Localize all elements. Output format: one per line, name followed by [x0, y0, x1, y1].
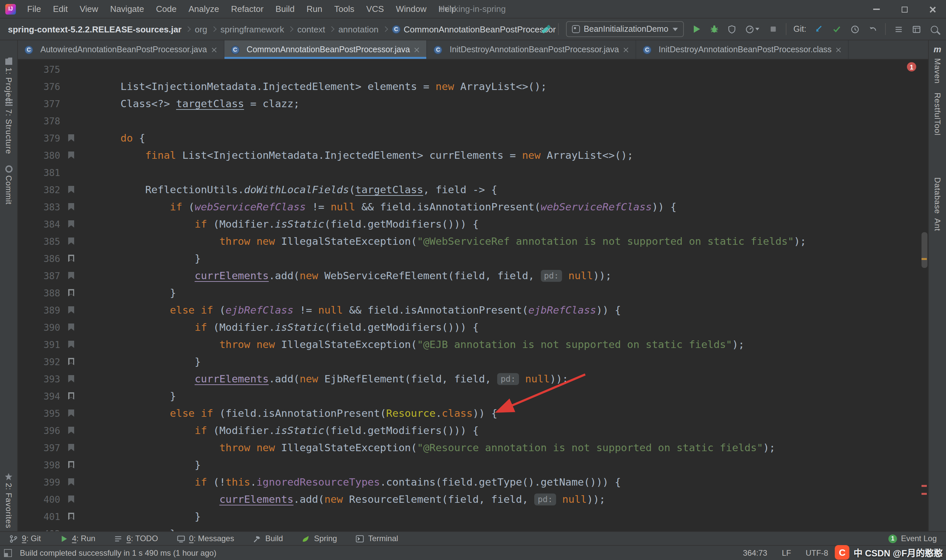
structure-view-button[interactable] — [893, 24, 904, 34]
menu-refactor[interactable]: Refactor — [225, 0, 270, 18]
gutter-flag-icon[interactable] — [68, 341, 74, 348]
line-number[interactable]: 378 — [18, 112, 60, 130]
code-line[interactable]: 379do { — [18, 130, 928, 147]
line-number[interactable]: 402 — [18, 525, 60, 531]
maven-logo-icon[interactable]: m — [929, 44, 946, 54]
breadcrumb-item[interactable]: spring-context-5.2.2.RELEASE-sources.jar — [8, 24, 182, 34]
quick-actions-brush-icon[interactable] — [540, 24, 550, 34]
code-editor[interactable]: 375376List<InjectionMetadata.InjectedEle… — [18, 60, 928, 531]
code-line[interactable]: 401 } — [18, 508, 928, 525]
event-log-button[interactable]: 1 Event Log — [888, 534, 937, 543]
code-line[interactable]: 402 } — [18, 525, 928, 531]
line-number[interactable]: 401 — [18, 508, 60, 525]
code-line[interactable]: 377Class<?> targetClass = clazz; — [18, 95, 928, 112]
menu-analyze[interactable]: Analyze — [182, 0, 225, 18]
line-number[interactable]: 399 — [18, 474, 60, 491]
line-number[interactable]: 392 — [18, 353, 60, 371]
stripe-item-favorites[interactable]: 2: Favorites — [0, 473, 17, 528]
breadcrumb-item[interactable]: springframework — [220, 24, 284, 34]
gutter-flag-icon[interactable] — [68, 323, 74, 331]
gutter-flag-icon[interactable] — [68, 220, 74, 228]
stripe-item-structure[interactable]: 7: Structure — [0, 99, 17, 154]
inspection-error-badge[interactable]: 1 — [907, 62, 916, 71]
line-number[interactable]: 400 — [18, 491, 60, 508]
line-ending[interactable]: LF — [782, 548, 791, 558]
restore-layout-button[interactable] — [911, 24, 921, 34]
code-line[interactable]: 375 — [18, 61, 928, 78]
toolwindow-button-messages[interactable]: 0: Messages — [176, 534, 234, 543]
encoding[interactable]: UTF-8 — [806, 548, 828, 558]
scrollbar-error-mark[interactable] — [921, 493, 927, 495]
gutter-flag-icon[interactable] — [68, 461, 74, 468]
line-number[interactable]: 394 — [18, 388, 60, 405]
line-number[interactable]: 379 — [18, 130, 60, 147]
menu-edit[interactable]: Edit — [47, 0, 74, 18]
menu-tools[interactable]: Tools — [328, 0, 361, 18]
gutter-flag-icon[interactable] — [68, 409, 74, 417]
close-button[interactable] — [918, 0, 946, 18]
menu-file[interactable]: File — [21, 0, 47, 18]
line-number[interactable]: 385 — [18, 233, 60, 250]
minimize-button[interactable] — [863, 0, 891, 18]
code-line[interactable]: 378 — [18, 112, 928, 130]
gutter-flag-icon[interactable] — [68, 186, 74, 193]
code-line[interactable]: 383 if (webServiceRefClass != null && fi… — [18, 198, 928, 216]
editor-scrollbar[interactable] — [921, 232, 928, 268]
history-button[interactable] — [849, 24, 860, 34]
line-number[interactable]: 398 — [18, 457, 60, 474]
code-line[interactable]: 388 } — [18, 285, 928, 302]
code-line[interactable]: 392 } — [18, 353, 928, 371]
menu-view[interactable]: View — [74, 0, 104, 18]
gutter-flag-icon[interactable] — [68, 444, 74, 451]
code-line[interactable]: 399 if (!this.ignoredResourceTypes.conta… — [18, 474, 928, 491]
scrollbar-warning-mark[interactable] — [921, 258, 927, 260]
editor-tab[interactable]: CInitDestroyAnnotationBeanPostProcessor.… — [427, 40, 636, 59]
stripe-item-commit[interactable]: Commit — [0, 165, 17, 205]
close-icon[interactable] — [414, 47, 420, 52]
line-number[interactable]: 391 — [18, 336, 60, 353]
toolwindow-button-run[interactable]: 4: Run — [59, 534, 96, 543]
line-number[interactable]: 390 — [18, 319, 60, 336]
line-number[interactable]: 395 — [18, 405, 60, 422]
gutter-flag-icon[interactable] — [68, 358, 74, 365]
code-line[interactable]: 400 currElements.add(new ResourceElement… — [18, 491, 928, 508]
code-line[interactable]: 395 else if (field.isAnnotationPresent(R… — [18, 405, 928, 422]
caret-position[interactable]: 364:73 — [743, 548, 767, 558]
line-number[interactable]: 386 — [18, 250, 60, 267]
toolwindow-button-todo[interactable]: 6: TODO — [114, 534, 158, 543]
line-number[interactable]: 375 — [18, 61, 60, 78]
line-number[interactable]: 382 — [18, 181, 60, 198]
close-icon[interactable] — [211, 47, 217, 52]
menu-run[interactable]: Run — [300, 0, 328, 18]
code-line[interactable]: 396 if (Modifier.isStatic(field.getModif… — [18, 422, 928, 439]
code-line[interactable]: 381 — [18, 164, 928, 181]
line-number[interactable]: 380 — [18, 147, 60, 164]
code-line[interactable]: 394 } — [18, 388, 928, 405]
line-number[interactable]: 381 — [18, 164, 60, 181]
maximize-button[interactable] — [891, 0, 918, 18]
close-icon[interactable] — [623, 47, 629, 52]
line-number[interactable]: 384 — [18, 216, 60, 233]
breadcrumb-item[interactable]: context — [297, 24, 325, 34]
breadcrumb-item[interactable]: org — [195, 24, 208, 34]
line-number[interactable]: 393 — [18, 371, 60, 388]
menu-window[interactable]: Window — [390, 0, 433, 18]
code-line[interactable]: 385 throw new IllegalStateException("@We… — [18, 233, 928, 250]
code-line[interactable]: 393 currElements.add(new EjbRefElement(f… — [18, 371, 928, 388]
gutter-flag-icon[interactable] — [68, 289, 74, 296]
editor-tab[interactable]: CAutowiredAnnotationBeanPostProcessor.ja… — [18, 40, 224, 59]
editor-tab[interactable]: CInitDestroyAnnotationBeanPostProcessor.… — [636, 40, 849, 59]
gutter-flag-icon[interactable] — [68, 513, 74, 520]
toolwindow-button-git[interactable]: 9: Git — [9, 534, 41, 543]
scrollbar-error-mark[interactable] — [921, 485, 927, 487]
run-button[interactable] — [691, 24, 701, 34]
gutter-flag-icon[interactable] — [68, 495, 74, 503]
code-line[interactable]: 376List<InjectionMetadata.InjectedElemen… — [18, 78, 928, 95]
line-number[interactable]: 383 — [18, 198, 60, 216]
code-line[interactable]: 390 if (Modifier.isStatic(field.getModif… — [18, 319, 928, 336]
menu-navigate[interactable]: Navigate — [104, 0, 150, 18]
stripe-item-maven[interactable]: Maven — [929, 58, 946, 84]
code-line[interactable]: 389 else if (ejbRefClass != null && fiel… — [18, 302, 928, 319]
commit-button[interactable] — [832, 24, 842, 34]
line-number[interactable]: 389 — [18, 302, 60, 319]
